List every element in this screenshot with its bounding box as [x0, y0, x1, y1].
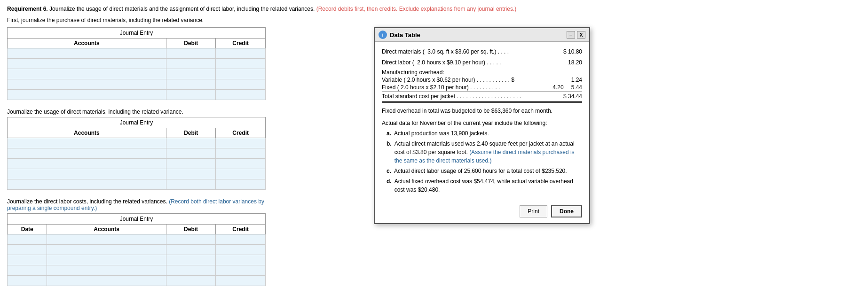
accounts-cell[interactable]: [8, 90, 166, 100]
credit-cell[interactable]: [216, 69, 266, 79]
accounts-cell[interactable]: [8, 48, 166, 59]
fixed-values: 4.20 5.44: [552, 84, 582, 91]
section3-label: Journalize the direct labor costs, inclu…: [7, 198, 270, 211]
accounts-cell[interactable]: [8, 69, 166, 79]
credit-cell[interactable]: [216, 90, 266, 100]
credit-cell[interactable]: [216, 179, 266, 190]
table-row: [8, 245, 266, 255]
credit-cell[interactable]: [216, 265, 266, 276]
table-row: [8, 48, 266, 59]
var-row: Variable ( 2.0 hours x $0.62 per hour) .…: [382, 77, 582, 83]
var-label: Variable ( 2.0 hours x $0.62 per hour) .…: [382, 77, 514, 83]
journal3-title: Journal Entry: [7, 213, 266, 224]
accounts-cell[interactable]: [47, 234, 166, 245]
journal-section-2: Journal Entry Accounts Debit Credit: [7, 117, 270, 190]
var-value: 1.24: [571, 77, 582, 83]
accounts-cell[interactable]: [47, 276, 166, 286]
item-d-label: d.: [387, 177, 392, 194]
debit-cell[interactable]: [166, 179, 216, 190]
journal2-credit-header: Credit: [216, 128, 266, 138]
credit-cell[interactable]: [216, 255, 266, 265]
print-button[interactable]: Print: [520, 205, 547, 217]
accounts-cell[interactable]: [8, 169, 166, 179]
total-value: $ 34.44: [563, 93, 582, 100]
debit-cell[interactable]: [166, 79, 216, 90]
fixed-overhead-text: Fixed overhead in total was budgeted to …: [382, 107, 582, 115]
credit-cell[interactable]: [216, 169, 266, 179]
divider: [382, 92, 582, 92]
fixed-label: Fixed ( 2.0 hours x $2.10 per hour) . . …: [382, 84, 500, 91]
accounts-cell[interactable]: [8, 159, 166, 169]
date-cell[interactable]: [8, 265, 47, 276]
item-c-label: c.: [387, 167, 391, 175]
debit-cell[interactable]: [166, 276, 216, 286]
debit-cell[interactable]: [166, 69, 216, 79]
credit-cell[interactable]: [216, 276, 266, 286]
credit-cell[interactable]: [216, 245, 266, 255]
item-b-text: Actual direct materials used was 2.40 sq…: [395, 140, 582, 165]
accounts-cell[interactable]: [47, 255, 166, 265]
date-cell[interactable]: [8, 245, 47, 255]
credit-cell[interactable]: [216, 148, 266, 159]
debit-cell[interactable]: [166, 90, 216, 100]
accounts-cell[interactable]: [8, 179, 166, 190]
credit-cell[interactable]: [216, 159, 266, 169]
debit-cell[interactable]: [166, 234, 216, 245]
table-row: [8, 255, 266, 265]
date-cell[interactable]: [8, 276, 47, 286]
credit-cell[interactable]: [216, 138, 266, 148]
debit-cell[interactable]: [166, 48, 216, 59]
credit-cell[interactable]: [216, 234, 266, 245]
date-cell[interactable]: [8, 234, 47, 245]
dm-row: Direct materials ( 3.0 sq. ft x $3.60 pe…: [382, 47, 582, 56]
left-panel: Journal Entry Accounts Debit Credit: [7, 27, 270, 295]
dm-value: $ 10.80: [554, 47, 582, 56]
popup-titlebar: i Data Table − X: [375, 28, 589, 42]
credit-cell[interactable]: [216, 48, 266, 59]
table-row: [8, 69, 266, 79]
table-row: [8, 138, 266, 148]
done-button[interactable]: Done: [551, 205, 582, 217]
accounts-cell[interactable]: [8, 79, 166, 90]
accounts-cell[interactable]: [8, 148, 166, 159]
info-icon: i: [379, 31, 387, 39]
table-row: [8, 234, 266, 245]
item-d-text: Actual fixed overhead cost was $54,474, …: [395, 177, 582, 194]
minimize-button[interactable]: −: [567, 31, 575, 39]
table-row: [8, 179, 266, 190]
accounts-cell[interactable]: [47, 265, 166, 276]
table-row: [8, 79, 266, 90]
list-items: a. Actual production was 13,900 jackets.…: [387, 129, 582, 194]
debit-cell[interactable]: [166, 159, 216, 169]
debit-cell[interactable]: [166, 138, 216, 148]
popup-title-text: Data Table: [390, 31, 420, 39]
popup-footer: Print Done: [375, 202, 589, 223]
journal2-title: Journal Entry: [7, 117, 266, 128]
data-table-popup: i Data Table − X Direct materials ( 3.0 …: [374, 27, 590, 224]
journal-section-3: Journal Entry Date Accounts Debit Credit: [7, 213, 270, 286]
date-cell[interactable]: [8, 255, 47, 265]
list-item-b: b. Actual direct materials used was 2.40…: [387, 140, 582, 165]
accounts-cell[interactable]: [47, 245, 166, 255]
debit-cell[interactable]: [166, 245, 216, 255]
close-button[interactable]: X: [577, 31, 585, 39]
debit-cell[interactable]: [166, 169, 216, 179]
debit-cell[interactable]: [166, 265, 216, 276]
table-row: [8, 159, 266, 169]
debit-cell[interactable]: [166, 255, 216, 265]
table-row: [8, 276, 266, 286]
credit-cell[interactable]: [216, 59, 266, 69]
journal2-accounts-header: Accounts: [8, 128, 166, 138]
item-a-text: Actual production was 13,900 jackets.: [394, 129, 582, 138]
journal3-credit-header: Credit: [216, 225, 266, 234]
journal3-accounts-header: Accounts: [47, 225, 166, 234]
debit-cell[interactable]: [166, 148, 216, 159]
journal-table-1: Accounts Debit Credit: [7, 38, 266, 100]
credit-cell[interactable]: [216, 79, 266, 90]
accounts-cell[interactable]: [8, 138, 166, 148]
debit-cell[interactable]: [166, 59, 216, 69]
accounts-cell[interactable]: [8, 59, 166, 69]
journal3-date-header: Date: [8, 225, 47, 234]
list-item-c: c. Actual direct labor usage of 25,600 h…: [387, 167, 582, 175]
section2-label: Journalize the usage of direct materials…: [7, 109, 270, 115]
